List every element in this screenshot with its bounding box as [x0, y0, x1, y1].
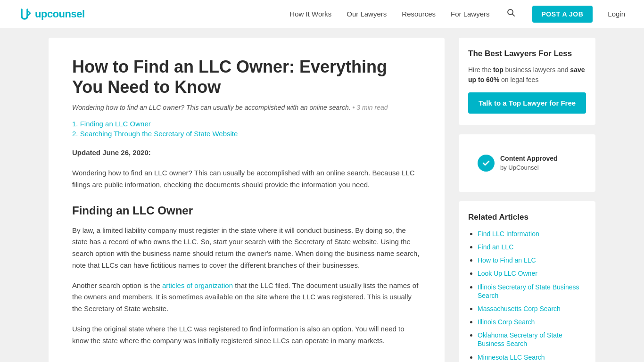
- nav-for-lawyers[interactable]: For Lawyers: [451, 10, 490, 18]
- list-item: Minnesota LLC Search: [478, 353, 586, 362]
- related-article-link[interactable]: Illinois Corp Search: [478, 318, 535, 326]
- updated-date: Updated June 26, 2020:: [72, 147, 421, 159]
- approved-icon: [478, 155, 495, 172]
- list-item: How to Find an LLC: [478, 256, 586, 264]
- article-content: How to Find an LLC Owner: Everything You…: [49, 38, 445, 362]
- approved-text: Content Approved by UpCounsel: [500, 154, 558, 172]
- toc-link-2[interactable]: 2. Searching Through the Secretary of St…: [72, 130, 421, 138]
- sidebar-card1-description: Hire the top business lawyers and save u…: [468, 65, 586, 85]
- talk-to-lawyer-button[interactable]: Talk to a Top Lawyer for Free: [468, 92, 586, 114]
- list-item: Illinois Secretary of State Business Sea…: [478, 283, 586, 300]
- related-article-link[interactable]: Oklahoma Secretary of State Business Sea…: [478, 331, 562, 347]
- list-item: Illinois Corp Search: [478, 318, 586, 326]
- related-article-link[interactable]: Illinois Secretary of State Business Sea…: [478, 283, 579, 299]
- nav-our-lawyers[interactable]: Our Lawyers: [347, 10, 387, 18]
- article-subtitle: Wondering how to find an LLC owner? This…: [72, 104, 421, 111]
- toc-link-1[interactable]: 1. Finding an LLC Owner: [72, 120, 421, 128]
- related-article-link[interactable]: Massachusetts Corp Search: [478, 305, 561, 313]
- sidebar-lawyers-card: The Best Lawyers For Less Hire the top b…: [459, 38, 595, 125]
- list-item: Find LLC Information: [478, 230, 586, 238]
- logo-text: upcounsel: [35, 8, 85, 20]
- sidebar-approved-card: Content Approved by UpCounsel: [459, 134, 595, 192]
- list-item: Massachusetts Corp Search: [478, 304, 586, 313]
- approved-section: Content Approved by UpCounsel: [468, 146, 586, 181]
- related-article-link[interactable]: Look Up LLC Owner: [478, 270, 537, 277]
- list-item: Look Up LLC Owner: [478, 269, 586, 278]
- sidebar-related-card: Related Articles Find LLC InformationFin…: [459, 201, 595, 362]
- intro-paragraph: Wondering how to find an LLC owner? This…: [72, 167, 421, 191]
- related-article-link[interactable]: Minnesota LLC Search: [478, 354, 545, 361]
- nav-resources[interactable]: Resources: [402, 10, 436, 18]
- section1-para3: Using the original state where the LLC w…: [72, 323, 421, 347]
- logo[interactable]: upcounsel: [19, 8, 85, 21]
- list-item: Find an LLC: [478, 243, 586, 251]
- related-articles-list: Find LLC InformationFind an LLCHow to Fi…: [468, 230, 586, 362]
- list-item: Oklahoma Secretary of State Business Sea…: [478, 331, 586, 348]
- table-of-contents: 1. Finding an LLC Owner 2. Searching Thr…: [72, 120, 421, 138]
- article-title: How to Find an LLC Owner: Everything You…: [72, 57, 421, 97]
- read-time: • 3 min read: [353, 104, 388, 111]
- related-articles-title: Related Articles: [468, 213, 586, 222]
- section1-para2: Another search option is the articles of…: [72, 280, 421, 315]
- search-icon[interactable]: [505, 7, 517, 21]
- login-button[interactable]: Login: [608, 10, 625, 18]
- nav-how-it-works[interactable]: How It Works: [289, 10, 331, 18]
- logo-icon: [19, 8, 32, 21]
- related-article-link[interactable]: Find an LLC: [478, 243, 513, 251]
- post-job-button[interactable]: POST A JOB: [532, 6, 593, 23]
- main-nav: How It Works Our Lawyers Resources For L…: [289, 6, 625, 23]
- related-article-link[interactable]: Find LLC Information: [478, 230, 539, 238]
- sidebar: The Best Lawyers For Less Hire the top b…: [459, 38, 595, 362]
- article-body: Updated June 26, 2020: Wondering how to …: [72, 147, 421, 346]
- svg-line-1: [512, 14, 514, 16]
- section1-para1: By law, a limited liability company must…: [72, 225, 421, 272]
- related-article-link[interactable]: How to Find an LLC: [478, 256, 536, 264]
- sidebar-card1-title: The Best Lawyers For Less: [468, 49, 586, 58]
- articles-of-organization-link[interactable]: articles of organization: [162, 281, 233, 289]
- section1-heading: Finding an LLC Owner: [72, 204, 421, 217]
